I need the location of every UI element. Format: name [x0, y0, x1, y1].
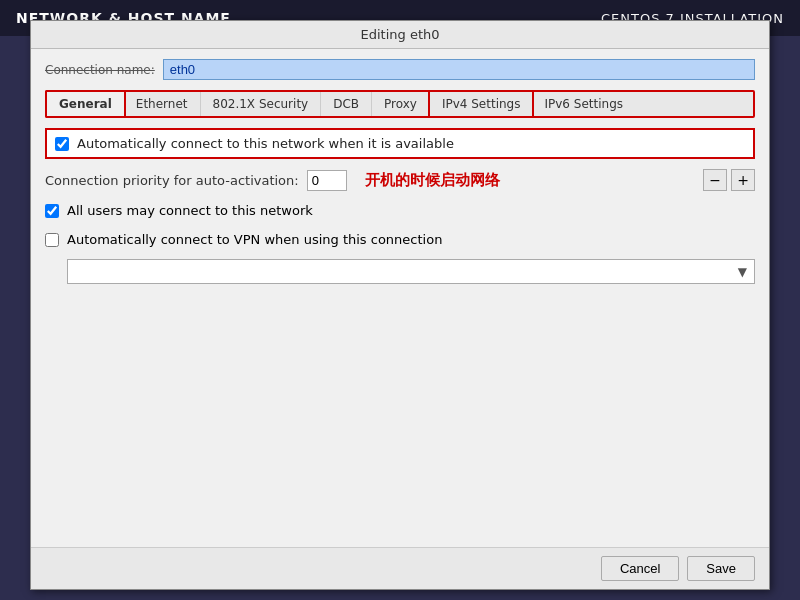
vpn-dropdown[interactable] [67, 259, 755, 284]
priority-input[interactable] [307, 170, 347, 191]
tabs-container: General Ethernet 802.1X Security DCB Pro… [45, 90, 755, 118]
priority-label: Connection priority for auto-activation: [45, 173, 299, 188]
general-tab-panel: Automatically connect to this network wh… [45, 128, 755, 537]
all-users-checkbox[interactable] [45, 204, 59, 218]
connection-name-input[interactable] [163, 59, 755, 80]
tab-dcb[interactable]: DCB [321, 92, 372, 116]
connection-name-row: Connection name: [45, 59, 755, 80]
auto-connect-row: Automatically connect to this network wh… [45, 128, 755, 159]
auto-connect-label: Automatically connect to this network wh… [77, 136, 454, 151]
priority-decrease-button[interactable]: − [703, 169, 727, 191]
all-users-label: All users may connect to this network [67, 203, 313, 218]
tab-ipv4-settings[interactable]: IPv4 Settings [428, 90, 535, 118]
tab-proxy[interactable]: Proxy [372, 92, 430, 116]
save-button[interactable]: Save [687, 556, 755, 581]
vpn-dropdown-wrapper: ▼ [67, 259, 755, 284]
tab-ethernet[interactable]: Ethernet [124, 92, 201, 116]
vpn-auto-connect-row: Automatically connect to VPN when using … [45, 230, 755, 249]
vpn-connect-label: Automatically connect to VPN when using … [67, 232, 442, 247]
dialog-title: Editing eth0 [360, 27, 439, 42]
tab-general[interactable]: General [45, 90, 126, 118]
editing-dialog: Editing eth0 Connection name: General Et… [30, 20, 770, 590]
annotation-text: 开机的时候启动网络 [365, 171, 500, 190]
dialog-content: Connection name: General Ethernet 802.1X… [31, 49, 769, 547]
tab-8021x-security[interactable]: 802.1X Security [201, 92, 322, 116]
priority-increase-button[interactable]: + [731, 169, 755, 191]
all-users-row: All users may connect to this network [45, 201, 755, 220]
cancel-button[interactable]: Cancel [601, 556, 679, 581]
vpn-connect-checkbox[interactable] [45, 233, 59, 247]
priority-row: Connection priority for auto-activation:… [45, 169, 755, 191]
connection-name-label: Connection name: [45, 63, 155, 77]
auto-connect-checkbox[interactable] [55, 137, 69, 151]
dialog-footer: Cancel Save [31, 547, 769, 589]
dialog-titlebar: Editing eth0 [31, 21, 769, 49]
tab-ipv6-settings[interactable]: IPv6 Settings [532, 92, 635, 116]
